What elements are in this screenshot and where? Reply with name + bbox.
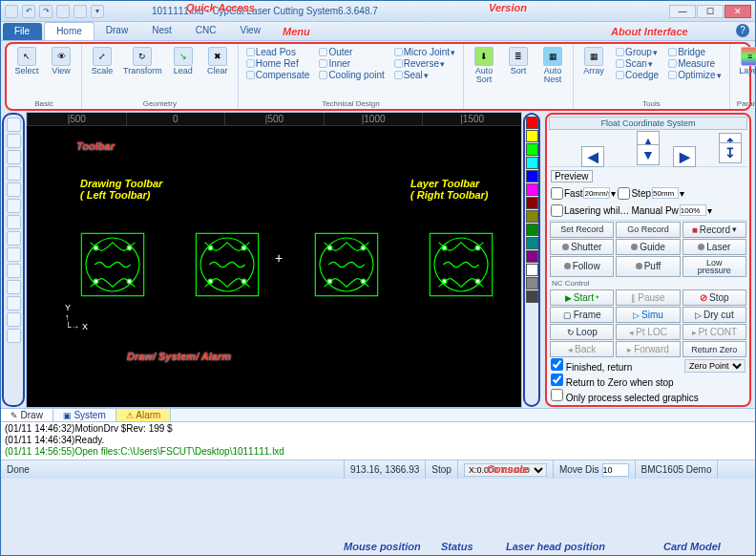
autonest-button[interactable]: ▦Auto Nest [536, 46, 569, 85]
inner-item[interactable]: Inner [317, 58, 386, 69]
return-zero-stop-check[interactable]: Return to Zero when stop [551, 374, 674, 388]
laser-pos-select[interactable]: X:0.000 Y:0.000 [464, 463, 547, 477]
left-tool[interactable] [7, 329, 21, 343]
layer-button[interactable]: ≡Layer [734, 46, 756, 76]
measure-item[interactable]: Measure [666, 58, 723, 69]
leadpos-item[interactable]: Lead Pos [244, 47, 312, 57]
left-tool[interactable] [7, 118, 21, 132]
qat-btn[interactable] [56, 5, 70, 18]
left-tool[interactable] [7, 231, 21, 246]
array-button[interactable]: ▦Array [578, 46, 610, 76]
layer-swatch[interactable] [526, 170, 538, 182]
left-tool[interactable] [7, 134, 21, 148]
layer-swatch[interactable] [526, 250, 538, 263]
scale-button[interactable]: ⤢Scale [86, 46, 118, 76]
homeref-item[interactable]: Home Ref [244, 58, 312, 69]
ptloc-button[interactable]: ◂ Pt LOC [616, 324, 680, 340]
pause-button[interactable]: ‖ Pause [616, 289, 680, 306]
set-record-button[interactable]: Set Record [550, 222, 614, 238]
qat-btn[interactable] [74, 5, 87, 18]
go-record-button[interactable]: Go Record [616, 222, 680, 238]
left-tool[interactable] [7, 296, 21, 310]
design-pattern[interactable] [313, 231, 380, 298]
design-pattern[interactable] [428, 231, 494, 298]
only-selected-check[interactable]: Only process selected graphics [551, 389, 699, 403]
record-button[interactable]: ■Record▾ [682, 222, 746, 238]
left-tool[interactable] [7, 280, 21, 294]
step-check[interactable]: Step ▾ [618, 187, 684, 200]
group-item[interactable]: Group ▾ [614, 47, 661, 57]
jog-left-button[interactable]: ◀ [581, 146, 604, 167]
autosort-button[interactable]: ⬇Auto Sort [468, 46, 500, 85]
qat-btn[interactable]: ↷ [39, 5, 52, 18]
seal-item[interactable]: Seal ▾ [392, 70, 457, 80]
layer-swatch[interactable] [526, 183, 538, 196]
back-button[interactable]: ◂ Back [550, 341, 614, 357]
compensate-item[interactable]: Compensate [244, 70, 312, 80]
layer-swatch[interactable] [526, 143, 538, 156]
select-button[interactable]: ↖Select [10, 46, 43, 76]
layer-swatch[interactable] [526, 237, 538, 249]
cooling-item[interactable]: Cooling point [317, 70, 386, 80]
frame-button[interactable]: ▢ Frame [550, 307, 614, 323]
lead-button[interactable]: ↘Lead [167, 46, 200, 76]
clear-button[interactable]: ✖Clear [201, 46, 234, 76]
left-tool[interactable] [7, 199, 21, 213]
close-button[interactable]: ✕ [724, 5, 751, 18]
drawing-canvas[interactable]: |5000|500|1000|1500 +Y↑└→ X [26, 112, 522, 408]
ptcont-button[interactable]: ▸ Pt CONT [682, 324, 746, 340]
outer-item[interactable]: Outer [317, 47, 386, 57]
micro-item[interactable]: Micro Joint ▾ [392, 47, 457, 57]
start-button[interactable]: ▶ Start* [550, 289, 614, 306]
qat-btn[interactable]: ▾ [91, 5, 104, 18]
layer-swatch[interactable] [526, 210, 538, 223]
left-tool[interactable] [7, 166, 21, 181]
left-tool[interactable] [7, 312, 21, 327]
layer-swatch[interactable] [526, 290, 538, 303]
movedis-input[interactable] [602, 463, 629, 477]
return-zero-button[interactable]: Return Zero [682, 341, 746, 357]
forward-button[interactable]: ▸ Forward [616, 341, 680, 357]
manual-pw-input[interactable] [680, 204, 706, 216]
bridge-item[interactable]: Bridge [666, 47, 723, 57]
left-tool[interactable] [7, 182, 21, 197]
log-tab-draw[interactable]: ✎ Draw [1, 409, 53, 421]
reverse-item[interactable]: Reverse ▾ [392, 58, 457, 69]
preview-button[interactable]: Preview [551, 170, 593, 182]
layer-swatch[interactable] [526, 197, 538, 209]
float-coord-header[interactable]: Float Coordinate System [549, 117, 747, 130]
layer-swatch[interactable] [526, 130, 538, 142]
laser-button[interactable]: Laser [682, 239, 746, 255]
menu-home[interactable]: Home [44, 22, 94, 40]
qat-btn[interactable]: ↶ [22, 5, 35, 18]
menu-cnc[interactable]: CNC [184, 22, 229, 40]
left-tool[interactable] [7, 215, 21, 229]
guide-button[interactable]: Guide [616, 239, 680, 255]
about-button[interactable]: ? [736, 24, 749, 37]
layer-swatch[interactable] [526, 264, 538, 276]
loop-button[interactable]: ↻ Loop [550, 324, 614, 340]
view-button[interactable]: 👁View [45, 46, 77, 76]
menu-nest[interactable]: Nest [140, 22, 184, 40]
maximize-button[interactable]: ☐ [697, 5, 724, 18]
finished-return-check[interactable]: Finished, return [551, 358, 632, 373]
design-pattern[interactable] [79, 231, 146, 298]
drycut-button[interactable]: ▷ Dry cut [682, 307, 746, 323]
menu-view[interactable]: View [228, 22, 273, 40]
simu-button[interactable]: ▷ Simu [616, 307, 680, 323]
stop-button[interactable]: ⊘ Stop [682, 289, 746, 306]
log-tab-system[interactable]: ▣ System [53, 409, 116, 421]
log-tab-alarm[interactable]: ⚠ Alarm [116, 409, 172, 421]
lasering-check[interactable]: Lasering whil… [551, 204, 629, 217]
qat-btn[interactable] [5, 5, 18, 18]
optimize-item[interactable]: Optimize ▾ [666, 70, 723, 80]
zero-point-select[interactable]: Zero Point [684, 359, 746, 373]
follow-button[interactable]: Follow [550, 256, 614, 277]
menu-file[interactable]: File [3, 23, 42, 40]
transform-button[interactable]: ↻Transform [120, 46, 165, 76]
low-pressure-button[interactable]: Low pressure [682, 256, 746, 277]
menu-draw[interactable]: Draw [94, 22, 140, 40]
layer-swatch[interactable] [526, 224, 538, 236]
left-tool[interactable] [7, 264, 21, 278]
z-down-button[interactable]: ↧ [719, 142, 742, 163]
